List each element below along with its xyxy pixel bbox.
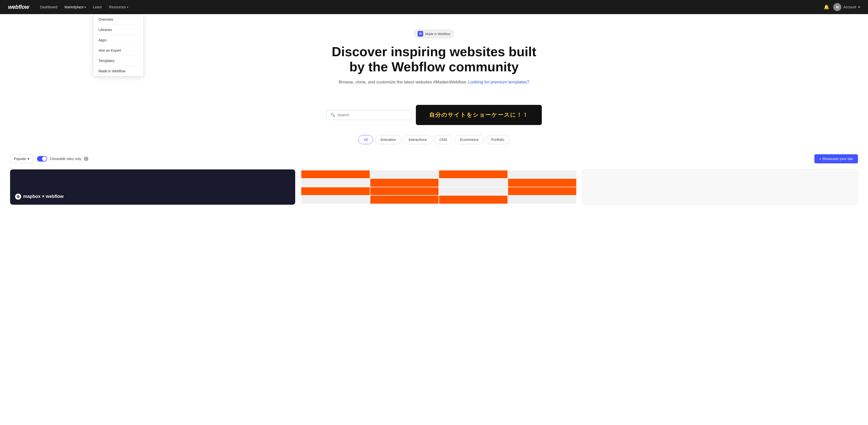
dropdown-item-apps[interactable]: Apps xyxy=(93,35,143,46)
mapbox-logo-text: mapbox × webflow xyxy=(23,194,64,199)
search-banner-row: 🔍 自分のサイトをショーケースに！！ xyxy=(308,105,560,125)
notifications-bell-icon[interactable]: 🔔 xyxy=(824,4,829,10)
avatar: M xyxy=(833,3,841,11)
sort-label: Popular xyxy=(14,157,26,161)
nav-resources[interactable]: Resources ▾ xyxy=(106,3,131,11)
marketplace-dropdown: Overview Libraries Apps Hire an Expert T… xyxy=(93,14,144,76)
sort-dropdown[interactable]: Popular ▾ xyxy=(10,154,33,163)
svg-point-2 xyxy=(18,196,19,197)
filter-tab-portfolio[interactable]: Portfolio xyxy=(486,135,509,144)
card-light[interactable] xyxy=(582,169,858,205)
cloneable-toggle[interactable] xyxy=(37,156,47,162)
mapbox-logo: mapbox × webflow xyxy=(15,194,64,200)
filter-tabs: All Animation Interactions CMS Ecommerce… xyxy=(0,135,868,144)
cloneable-toggle-label: Cloneable sites only ? xyxy=(37,156,88,162)
nav-learn[interactable]: Learn xyxy=(90,3,105,11)
search-input[interactable] xyxy=(337,113,408,117)
card-mapbox[interactable]: mapbox × webflow xyxy=(10,169,295,205)
search-icon: 🔍 xyxy=(331,113,335,117)
webflow-logo[interactable]: webflow xyxy=(8,4,29,10)
toggle-text: Cloneable sites only xyxy=(50,157,81,161)
hero-section: W Made in Webflow Discover inspiring web… xyxy=(321,14,547,105)
dropdown-item-libraries[interactable]: Libraries xyxy=(93,25,143,35)
dropdown-item-hire-an-expert[interactable]: Hire an Expert xyxy=(93,46,143,56)
controls-row: Popular ▾ Cloneable sites only ? + Showc… xyxy=(0,154,868,163)
dropdown-item-templates[interactable]: Templates xyxy=(93,56,143,66)
nav-marketplace[interactable]: Marketplace ▾ xyxy=(61,3,89,11)
nav-dashboard[interactable]: Dashboard xyxy=(37,3,60,11)
nav-right: 🔔 M Account ▾ xyxy=(824,3,860,11)
account-chevron-icon: ▾ xyxy=(858,5,860,9)
nav-links: Dashboard Marketplace ▾ Learn Resources … xyxy=(37,3,824,11)
made-in-badge: W Made in Webflow xyxy=(414,29,454,38)
help-icon[interactable]: ? xyxy=(84,157,88,161)
account-menu[interactable]: M Account ▾ xyxy=(833,3,860,11)
controls-left: Popular ▾ Cloneable sites only ? xyxy=(10,154,88,163)
filter-tab-ecommerce[interactable]: Ecommerce xyxy=(455,135,484,144)
hero-title: Discover inspiring websites built by the… xyxy=(326,45,542,75)
toggle-knob xyxy=(42,157,46,161)
marketplace-chevron-icon: ▾ xyxy=(85,6,86,8)
dropdown-item-made-in-webflow[interactable]: Made in Webflow xyxy=(93,66,143,76)
filter-tab-animation[interactable]: Animation xyxy=(375,135,401,144)
banner-text: 自分のサイトをショーケースに！！ xyxy=(429,111,528,119)
filter-tab-all[interactable]: All xyxy=(359,135,373,144)
sort-chevron-icon: ▾ xyxy=(27,157,29,161)
webflow-w-icon: W xyxy=(417,31,423,36)
cards-row: mapbox × webflow xyxy=(0,169,868,205)
dropdown-item-overview[interactable]: Overview xyxy=(93,15,143,25)
hero-subtitle: Browse, clone, and customize the latest … xyxy=(326,80,542,85)
navbar: webflow Dashboard Marketplace ▾ Learn Re… xyxy=(0,0,868,14)
banner-box[interactable]: 自分のサイトをショーケースに！！ xyxy=(416,105,542,125)
account-label: Account xyxy=(843,5,856,9)
filter-tab-interactions[interactable]: Interactions xyxy=(403,135,432,144)
filter-tab-cms[interactable]: CMS xyxy=(434,135,453,144)
premium-templates-link[interactable]: Looking for premium templates? xyxy=(468,80,529,84)
showcase-button[interactable]: + Showcase your site xyxy=(814,154,858,163)
card-orange[interactable] xyxy=(300,169,577,205)
badge-label: Made in Webflow xyxy=(425,32,450,36)
resources-chevron-icon: ▾ xyxy=(127,6,128,8)
search-box: 🔍 xyxy=(326,110,412,120)
